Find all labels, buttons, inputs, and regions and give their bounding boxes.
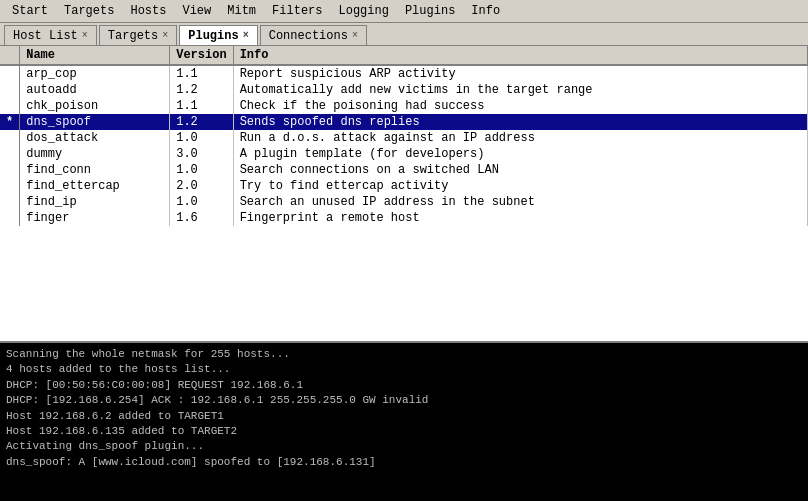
menu-item-mitm[interactable]: Mitm bbox=[219, 2, 264, 20]
plugin-info: Check if the poisoning had success bbox=[233, 98, 807, 114]
tab-connections[interactable]: Connections× bbox=[260, 25, 367, 45]
plugins-table: Name Version Info arp_cop1.1Report suspi… bbox=[0, 46, 808, 226]
row-marker bbox=[0, 98, 20, 114]
tab-targets[interactable]: Targets× bbox=[99, 25, 177, 45]
menu-item-info[interactable]: Info bbox=[463, 2, 508, 20]
plugin-name: finger bbox=[20, 210, 170, 226]
menubar: StartTargetsHostsViewMitmFiltersLoggingP… bbox=[0, 0, 808, 23]
plugin-version: 1.0 bbox=[170, 130, 233, 146]
plugin-version: 1.2 bbox=[170, 82, 233, 98]
log-line: Host 192.168.6.2 added to TARGET1 bbox=[6, 409, 802, 424]
tab-host-list[interactable]: Host List× bbox=[4, 25, 97, 45]
plugin-name: arp_cop bbox=[20, 65, 170, 82]
plugin-info: Search connections on a switched LAN bbox=[233, 162, 807, 178]
log-line: DHCP: [192.168.6.254] ACK : 192.168.6.1 … bbox=[6, 393, 802, 408]
menu-item-start[interactable]: Start bbox=[4, 2, 56, 20]
plugin-version: 1.6 bbox=[170, 210, 233, 226]
plugins-table-area[interactable]: Name Version Info arp_cop1.1Report suspi… bbox=[0, 46, 808, 341]
plugin-info: Automatically add new victims in the tar… bbox=[233, 82, 807, 98]
plugin-version: 2.0 bbox=[170, 178, 233, 194]
plugin-name: find_ettercap bbox=[20, 178, 170, 194]
tab-close-icon[interactable]: × bbox=[352, 30, 358, 41]
plugin-name: dummy bbox=[20, 146, 170, 162]
plugin-name: find_ip bbox=[20, 194, 170, 210]
table-row[interactable]: arp_cop1.1Report suspicious ARP activity bbox=[0, 65, 808, 82]
marker-col-header bbox=[0, 46, 20, 65]
table-header-row: Name Version Info bbox=[0, 46, 808, 65]
log-area[interactable]: Scanning the whole netmask for 255 hosts… bbox=[0, 341, 808, 501]
plugin-name: dns_spoof bbox=[20, 114, 170, 130]
row-marker bbox=[0, 82, 20, 98]
menu-item-view[interactable]: View bbox=[174, 2, 219, 20]
plugin-name: find_conn bbox=[20, 162, 170, 178]
row-marker bbox=[0, 65, 20, 82]
plugin-name: chk_poison bbox=[20, 98, 170, 114]
name-col-header: Name bbox=[20, 46, 170, 65]
plugin-info: Report suspicious ARP activity bbox=[233, 65, 807, 82]
tab-label: Connections bbox=[269, 29, 348, 43]
table-row[interactable]: finger1.6Fingerprint a remote host bbox=[0, 210, 808, 226]
menu-item-hosts[interactable]: Hosts bbox=[122, 2, 174, 20]
table-row[interactable]: dos_attack1.0Run a d.o.s. attack against… bbox=[0, 130, 808, 146]
table-row[interactable]: find_ip1.0Search an unused IP address in… bbox=[0, 194, 808, 210]
plugin-name: dos_attack bbox=[20, 130, 170, 146]
row-marker: * bbox=[0, 114, 20, 130]
tab-close-icon[interactable]: × bbox=[82, 30, 88, 41]
plugin-info: Run a d.o.s. attack against an IP addres… bbox=[233, 130, 807, 146]
version-col-header: Version bbox=[170, 46, 233, 65]
tab-label: Targets bbox=[108, 29, 158, 43]
tab-plugins[interactable]: Plugins× bbox=[179, 25, 257, 45]
main-content: Name Version Info arp_cop1.1Report suspi… bbox=[0, 46, 808, 501]
table-row[interactable]: *dns_spoof1.2Sends spoofed dns replies bbox=[0, 114, 808, 130]
log-line: DHCP: [00:50:56:C0:00:08] REQUEST 192.16… bbox=[6, 378, 802, 393]
plugin-info: Search an unused IP address in the subne… bbox=[233, 194, 807, 210]
plugin-version: 1.0 bbox=[170, 194, 233, 210]
row-marker bbox=[0, 178, 20, 194]
tab-label: Host List bbox=[13, 29, 78, 43]
plugin-info: Try to find ettercap activity bbox=[233, 178, 807, 194]
table-row[interactable]: find_ettercap2.0Try to find ettercap act… bbox=[0, 178, 808, 194]
log-line: 4 hosts added to the hosts list... bbox=[6, 362, 802, 377]
row-marker bbox=[0, 146, 20, 162]
table-row[interactable]: chk_poison1.1Check if the poisoning had … bbox=[0, 98, 808, 114]
menu-item-plugins[interactable]: Plugins bbox=[397, 2, 463, 20]
plugin-info: Fingerprint a remote host bbox=[233, 210, 807, 226]
plugin-version: 1.1 bbox=[170, 65, 233, 82]
log-line: Host 192.168.6.135 added to TARGET2 bbox=[6, 424, 802, 439]
table-row[interactable]: autoadd1.2Automatically add new victims … bbox=[0, 82, 808, 98]
table-body: arp_cop1.1Report suspicious ARP activity… bbox=[0, 65, 808, 226]
tab-close-icon[interactable]: × bbox=[243, 30, 249, 41]
log-line: dns_spoof: A [www.icloud.com] spoofed to… bbox=[6, 455, 802, 470]
plugin-version: 1.2 bbox=[170, 114, 233, 130]
table-row[interactable]: dummy3.0A plugin template (for developer… bbox=[0, 146, 808, 162]
row-marker bbox=[0, 194, 20, 210]
plugin-version: 3.0 bbox=[170, 146, 233, 162]
plugin-name: autoadd bbox=[20, 82, 170, 98]
tabbar: Host List×Targets×Plugins×Connections× bbox=[0, 23, 808, 46]
menu-item-targets[interactable]: Targets bbox=[56, 2, 122, 20]
plugin-info: Sends spoofed dns replies bbox=[233, 114, 807, 130]
tab-close-icon[interactable]: × bbox=[162, 30, 168, 41]
row-marker bbox=[0, 162, 20, 178]
log-line: Activating dns_spoof plugin... bbox=[6, 439, 802, 454]
log-line: Scanning the whole netmask for 255 hosts… bbox=[6, 347, 802, 362]
menu-item-filters[interactable]: Filters bbox=[264, 2, 330, 20]
plugin-version: 1.1 bbox=[170, 98, 233, 114]
tab-label: Plugins bbox=[188, 29, 238, 43]
info-col-header: Info bbox=[233, 46, 807, 65]
plugin-info: A plugin template (for developers) bbox=[233, 146, 807, 162]
table-row[interactable]: find_conn1.0Search connections on a swit… bbox=[0, 162, 808, 178]
row-marker bbox=[0, 130, 20, 146]
plugin-version: 1.0 bbox=[170, 162, 233, 178]
row-marker bbox=[0, 210, 20, 226]
menu-item-logging[interactable]: Logging bbox=[331, 2, 397, 20]
